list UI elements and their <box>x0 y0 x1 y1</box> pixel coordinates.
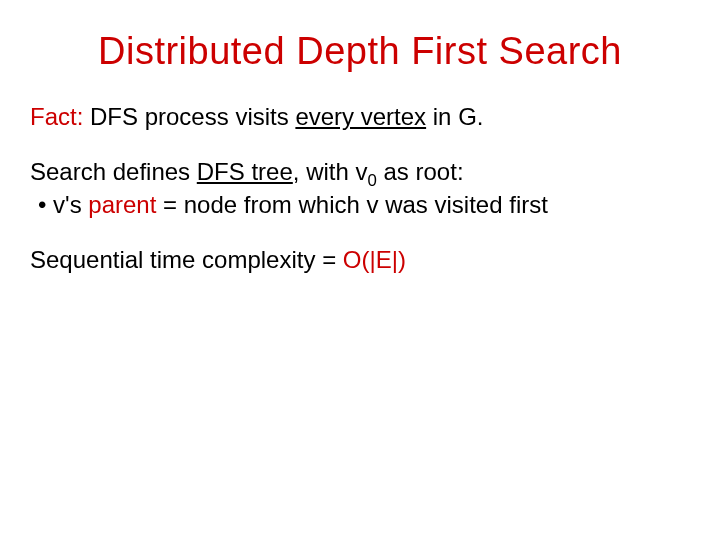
tree-intro-1: Search defines <box>30 158 197 185</box>
fact-underline: every vertex <box>295 103 426 130</box>
slide-body: Fact: DFS process visits every vertex in… <box>30 103 690 274</box>
tree-bullet: • v's parent = node from which v was vis… <box>38 191 690 220</box>
fact-label: Fact: <box>30 103 83 130</box>
bullet-prefix: • v's <box>38 191 88 218</box>
bullet-suffix: = node from which v was visited first <box>156 191 547 218</box>
bullet-parent-word: parent <box>88 191 156 218</box>
tree-definition: Search defines DFS tree, with v0 as root… <box>30 158 690 220</box>
tree-intro-2: , with v <box>293 158 368 185</box>
tree-subscript: 0 <box>368 171 377 190</box>
complexity-bigO: O(|E|) <box>343 246 406 273</box>
fact-line: Fact: DFS process visits every vertex in… <box>30 103 690 132</box>
tree-intro-3: as root: <box>377 158 464 185</box>
tree-intro-line: Search defines DFS tree, with v0 as root… <box>30 158 690 191</box>
fact-text-1: DFS process visits <box>83 103 295 130</box>
tree-underline: DFS tree <box>197 158 293 185</box>
complexity-line: Sequential time complexity = O(|E|) <box>30 246 690 275</box>
complexity-prefix: Sequential time complexity = <box>30 246 343 273</box>
slide-title: Distributed Depth First Search <box>30 30 690 73</box>
fact-text-2: in G. <box>426 103 483 130</box>
slide: Distributed Depth First Search Fact: DFS… <box>0 0 720 320</box>
